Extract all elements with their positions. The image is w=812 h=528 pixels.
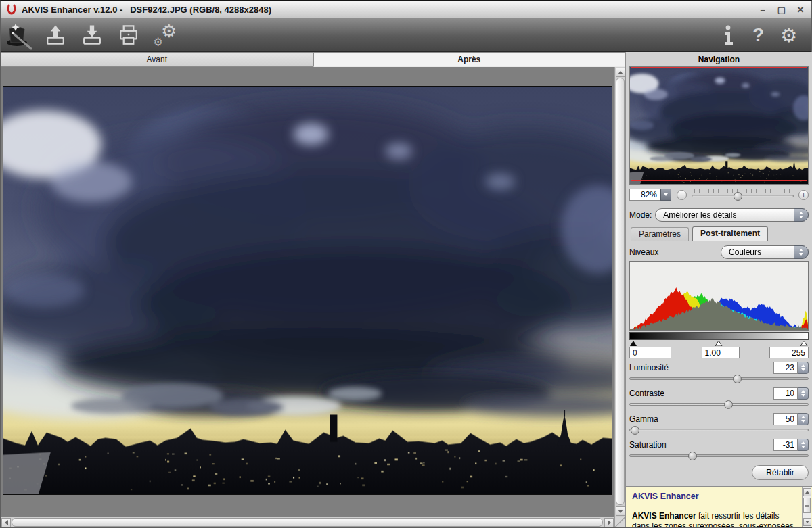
saturation-stepper[interactable] xyxy=(798,439,809,451)
zoom-value-field[interactable]: 82% xyxy=(629,189,660,201)
hint-text: AKVIS Enhancer fait ressortir les détail… xyxy=(632,511,797,527)
window-title: AKVIS Enhancer v.12.0 - _DSF9242.JPG (RG… xyxy=(22,5,757,15)
hint-scroll-thumb[interactable] xyxy=(803,498,811,513)
hint-title: AKVIS Enhancer xyxy=(632,491,797,502)
zoom-tick-marks xyxy=(694,189,791,193)
svg-text:⚙: ⚙ xyxy=(153,35,163,49)
black-point-field[interactable]: 0 xyxy=(629,347,671,358)
image-viewport xyxy=(1,67,625,527)
navigation-title: Navigation xyxy=(629,55,809,65)
channel-select-spinner-icon[interactable] xyxy=(794,245,809,259)
batch-processing-icon[interactable]: ⚙ ⚙ xyxy=(150,20,181,51)
white-point-field[interactable]: 255 xyxy=(769,347,809,358)
before-after-tabs: Avant Après xyxy=(1,52,625,67)
hint-scroll-up-icon[interactable] xyxy=(803,488,811,496)
print-button[interactable] xyxy=(113,20,144,51)
scroll-up-icon[interactable] xyxy=(616,68,625,77)
info-icon[interactable] xyxy=(717,20,740,50)
vertical-scroll-thumb[interactable] xyxy=(616,78,625,505)
app-window: AKVIS Enhancer v.12.0 - _DSF9242.JPG (RG… xyxy=(0,0,812,528)
levels-label: Niveaux xyxy=(629,247,658,257)
toolbar: ⚙ ⚙ ? ⚙ xyxy=(1,18,811,52)
magic-hat-logo-icon xyxy=(3,20,35,51)
open-image-button[interactable] xyxy=(40,20,71,51)
resize-grip xyxy=(614,517,625,527)
hint-panel: AKVIS Enhancer AKVIS Enhancer fait resso… xyxy=(626,486,812,527)
contraste-value-field[interactable]: 10 xyxy=(773,387,798,400)
close-button[interactable]: ✕ xyxy=(795,5,806,15)
maximize-button[interactable]: ▢ xyxy=(776,5,787,15)
gamma-marker xyxy=(715,341,722,346)
scroll-left-icon[interactable] xyxy=(1,518,11,527)
photo-canvas[interactable] xyxy=(3,86,612,495)
main-view-area: Avant Après xyxy=(1,52,626,527)
levels-histogram xyxy=(629,261,809,331)
zoom-in-button[interactable]: + xyxy=(798,190,809,200)
svg-text:?: ? xyxy=(752,24,764,45)
parameter-tabs: Paramètres Post-traitement xyxy=(629,227,809,241)
contraste-stepper[interactable] xyxy=(798,387,809,400)
mode-label: Mode: xyxy=(629,210,652,220)
luminosite-slider-thumb[interactable] xyxy=(733,375,742,383)
navigation-thumbnail[interactable] xyxy=(629,66,809,185)
vertical-scrollbar[interactable] xyxy=(614,67,625,517)
saturation-value-field[interactable]: -31 xyxy=(773,439,798,451)
horizontal-scroll-thumb[interactable] xyxy=(12,518,603,527)
tab-avant[interactable]: Avant xyxy=(1,52,313,67)
saturation-label: Saturation xyxy=(629,440,667,450)
white-point-marker xyxy=(800,341,807,346)
saturation-slider-thumb[interactable] xyxy=(688,452,697,460)
help-icon[interactable]: ? xyxy=(748,20,771,50)
zoom-slider[interactable] xyxy=(692,188,794,201)
luminosite-label: Luminosité xyxy=(629,363,669,373)
tab-post-traitement[interactable]: Post-traitement xyxy=(692,226,768,241)
tab-parametres[interactable]: Paramètres xyxy=(631,227,689,241)
channel-select[interactable]: Couleurs xyxy=(721,245,809,259)
black-point-marker xyxy=(630,341,637,346)
gamma-stepper[interactable] xyxy=(798,413,809,425)
settings-panel: Navigation 82% − + Mode: xyxy=(626,52,812,527)
scroll-down-icon[interactable] xyxy=(616,506,625,516)
contraste-slider-thumb[interactable] xyxy=(724,400,733,409)
zoom-dropdown-button[interactable] xyxy=(660,189,671,201)
svg-text:⚙: ⚙ xyxy=(161,21,177,41)
levels-markers[interactable] xyxy=(629,340,809,346)
tab-apres[interactable]: Après xyxy=(313,52,626,67)
luminosite-value-field[interactable]: 23 xyxy=(773,362,798,374)
gamma-label: Gamma xyxy=(629,414,658,424)
title-bar: AKVIS Enhancer v.12.0 - _DSF9242.JPG (RG… xyxy=(1,1,811,18)
contraste-label: Contraste xyxy=(629,389,664,398)
gamma-field[interactable]: 1.00 xyxy=(702,347,740,358)
hint-scroll-down-icon[interactable] xyxy=(803,518,811,526)
zoom-out-button[interactable]: − xyxy=(677,190,687,200)
minimize-button[interactable]: – xyxy=(757,5,768,15)
akvis-logo-icon xyxy=(6,4,17,15)
luminosite-stepper[interactable] xyxy=(798,362,809,374)
save-image-button[interactable] xyxy=(76,20,108,51)
reset-button[interactable]: Rétablir xyxy=(752,465,809,480)
gamma-slider-thumb[interactable] xyxy=(631,426,639,435)
zoom-slider-thumb[interactable] xyxy=(734,192,742,201)
mode-select[interactable]: Améliorer les détails xyxy=(655,208,809,222)
gamma-value-field[interactable]: 50 xyxy=(773,413,798,425)
scroll-right-icon[interactable] xyxy=(604,518,614,527)
mode-select-spinner-icon[interactable] xyxy=(794,208,809,222)
svg-text:⚙: ⚙ xyxy=(780,24,797,47)
horizontal-scrollbar[interactable] xyxy=(1,517,614,527)
hint-scrollbar[interactable] xyxy=(802,487,811,527)
levels-gradient-bar xyxy=(629,332,809,340)
preferences-gear-icon[interactable]: ⚙ xyxy=(779,20,802,50)
